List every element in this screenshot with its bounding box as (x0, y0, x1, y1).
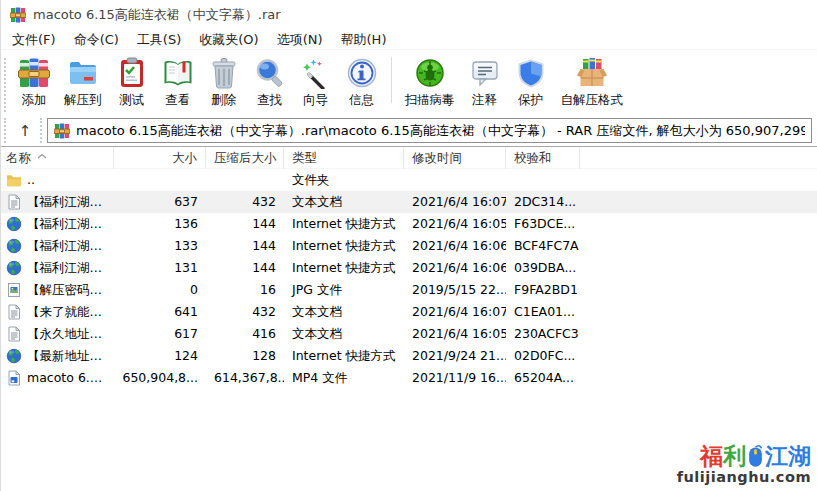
menu-item-5[interactable]: 帮助(H) (332, 31, 396, 49)
column-header-checksum[interactable]: 校验和 (506, 147, 580, 169)
cell-packed (206, 169, 284, 191)
cell-checksum (506, 169, 580, 191)
file-name: .. (27, 169, 35, 191)
image-icon (6, 282, 22, 298)
cell-type: Internet 快捷方式 (284, 257, 404, 279)
file-row[interactable]: 【福利江湖发布...136144Internet 快捷方式2021/6/4 16… (1, 213, 817, 235)
comment-button[interactable]: 注释 (462, 55, 508, 111)
toolbar-button-label: 自解压格式 (561, 92, 624, 109)
sfx-button[interactable]: 自解压格式 (554, 55, 631, 111)
cell-size: 650,904,8... (114, 367, 206, 389)
test-icon (116, 57, 148, 89)
cell-packed: 144 (206, 213, 284, 235)
cell-size: 0 (114, 279, 206, 301)
delete-button[interactable]: 删除 (201, 55, 247, 111)
file-name: 【永久地址发布... (27, 323, 110, 345)
toolbar-button-label: 保护 (518, 92, 543, 109)
file-row[interactable]: 【福利江湖】全...637432文本文档2021/6/4 16:072DC314… (1, 191, 817, 213)
folder-icon (6, 172, 22, 188)
up-directory-button[interactable]: ↑ (11, 119, 39, 143)
watermark-char: 福 (700, 443, 723, 469)
column-header-modified[interactable]: 修改时间 (404, 147, 506, 169)
toolbar-button-label: 查找 (257, 92, 282, 109)
file-name: 【福利江湖】全... (27, 191, 110, 213)
extract-icon (67, 57, 99, 89)
cell-size: 617 (114, 323, 206, 345)
cell-checksum: F63DCE... (506, 213, 580, 235)
cell-size: 136 (114, 213, 206, 235)
cell-modified: 2021/6/4 16:06 (404, 257, 506, 279)
watermark: 福利江湖 fulijianghu.com (677, 443, 811, 485)
cell-type: MP4 文件 (284, 367, 404, 389)
cell-type: 文本文档 (284, 191, 404, 213)
cell-size: 641 (114, 301, 206, 323)
toolbar-grip[interactable] (4, 58, 9, 112)
menu-item-1[interactable]: 命令(C) (65, 31, 128, 49)
cell-modified: 2021/6/4 16:05 (404, 323, 506, 345)
column-header-label: 修改时间 (412, 150, 462, 165)
cell-modified: 2019/5/15 22... (404, 279, 506, 301)
column-header-type[interactable]: 类型 (284, 147, 404, 169)
file-row[interactable]: 【解压密码：来...016JPG 文件2019/5/15 22...F9FA2B… (1, 279, 817, 301)
cell-modified: 2021/9/24 21... (404, 345, 506, 367)
addressbar-grip-2[interactable] (40, 118, 45, 143)
protect-button[interactable]: 保护 (508, 55, 554, 111)
file-row[interactable]: 【最新地址】-...124128Internet 快捷方式2021/9/24 2… (1, 345, 817, 367)
sfx-icon (576, 57, 608, 89)
file-name: 【解压密码：来... (27, 279, 110, 301)
column-header-label: 校验和 (514, 150, 552, 165)
comment-icon (469, 57, 501, 89)
menu-item-0[interactable]: 文件(F) (3, 31, 65, 49)
cell-packed: 144 (206, 235, 284, 257)
cell-checksum: BCF4FC7A (506, 235, 580, 257)
cell-type: JPG 文件 (284, 279, 404, 301)
mouse-icon (747, 444, 764, 468)
view-button[interactable]: 查看 (155, 55, 201, 111)
menu-item-2[interactable]: 工具(S) (128, 31, 190, 49)
column-header-size[interactable]: 大小 (114, 147, 206, 169)
cell-checksum: 2DC314... (506, 191, 580, 213)
title-bar: macoto 6.15高能连衣裙（中文字幕）.rar (1, 0, 817, 30)
window-title: macoto 6.15高能连衣裙（中文字幕）.rar (33, 6, 281, 24)
cell-modified: 2021/6/4 16:07 (404, 191, 506, 213)
add-button[interactable]: 添加 (11, 55, 57, 111)
file-row[interactable]: 【福利江湖发布...133144Internet 快捷方式2021/6/4 16… (1, 235, 817, 257)
wizard-button[interactable]: 向导 (293, 55, 339, 111)
archive-path-text: macoto 6.15高能连衣裙（中文字幕）.rar\macoto 6.15高能… (76, 122, 805, 140)
cell-type: 文本文档 (284, 301, 404, 323)
cell-packed: 432 (206, 301, 284, 323)
column-header-label: 类型 (292, 150, 317, 165)
file-row[interactable]: macoto 6.15高...650,904,8...614,367,8...M… (1, 367, 817, 389)
cell-modified (404, 169, 506, 191)
extract-button[interactable]: 解压到 (57, 55, 109, 111)
watermark-brand: 福利江湖 (677, 443, 811, 469)
archive-path-field[interactable]: macoto 6.15高能连衣裙（中文字幕）.rar\macoto 6.15高能… (47, 118, 812, 143)
cell-checksum: 65204A... (506, 367, 580, 389)
menu-item-3[interactable]: 收藏夹(O) (190, 31, 267, 49)
addressbar-grip-1[interactable] (4, 118, 9, 143)
toolbar: 添加解压到测试查看删除查找向导信息扫描病毒注释保护自解压格式 (1, 50, 817, 115)
cell-modified: 2021/11/9 16... (404, 367, 506, 389)
file-row[interactable]: ..文件夹 (1, 169, 817, 191)
column-header-packed[interactable]: 压缩后大小 (206, 147, 284, 169)
info-icon (346, 57, 378, 89)
globe-icon (6, 238, 22, 254)
column-header-name[interactable]: 名称 (1, 147, 114, 169)
test-button[interactable]: 测试 (109, 55, 155, 111)
find-button[interactable]: 查找 (247, 55, 293, 111)
file-row[interactable]: 【永久地址发布...617416文本文档2021/6/4 16:05230ACF… (1, 323, 817, 345)
add-icon (18, 57, 50, 89)
scan-virus-button[interactable]: 扫描病毒 (398, 55, 462, 111)
address-bar: ↑ macoto 6.15高能连衣裙（中文字幕）.rar\macoto 6.15… (1, 115, 817, 147)
watermark-domain: fulijianghu.com (677, 469, 811, 485)
file-name: 【福利江湖发布... (27, 213, 110, 235)
file-row[interactable]: 【来了就能下载...641432文本文档2021/6/4 16:07C1EA01… (1, 301, 817, 323)
cell-type: 文件夹 (284, 169, 404, 191)
cell-type: Internet 快捷方式 (284, 345, 404, 367)
info-button[interactable]: 信息 (339, 55, 385, 111)
file-row[interactable]: 【福利江湖发布...131144Internet 快捷方式2021/6/4 16… (1, 257, 817, 279)
toolbar-button-label: 扫描病毒 (405, 92, 455, 109)
file-list: ..文件夹【福利江湖】全...637432文本文档2021/6/4 16:072… (1, 169, 817, 389)
menu-item-4[interactable]: 选项(N) (268, 31, 332, 49)
delete-icon (208, 57, 240, 89)
